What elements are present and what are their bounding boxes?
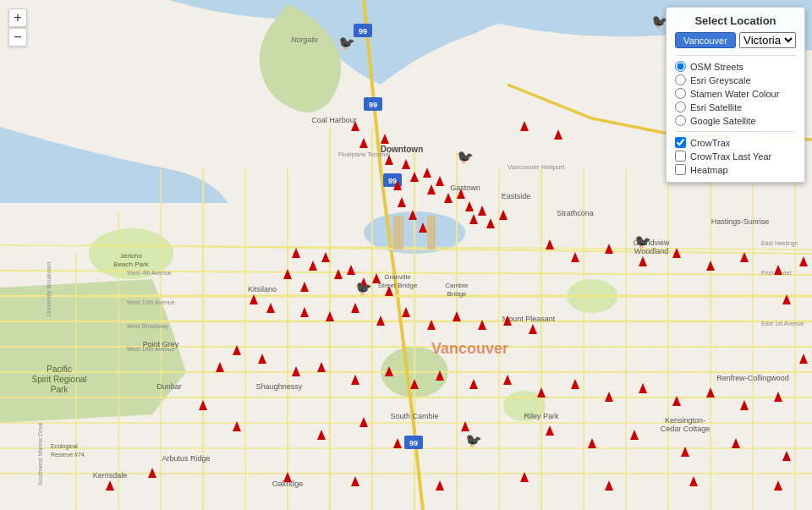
crow-bird-marker[interactable]: 🐦‍⬛ — [634, 233, 651, 250]
crow-sighting-marker[interactable] — [537, 387, 546, 398]
crow-bird-marker[interactable]: 🐦‍⬛ — [355, 280, 372, 296]
crow-sighting-marker[interactable] — [410, 379, 419, 389]
crow-sighting-marker[interactable] — [436, 480, 444, 491]
overlay-crowtrax[interactable]: CrowTrax — [675, 137, 796, 148]
crow-sighting-marker[interactable] — [309, 260, 317, 271]
crow-sighting-marker[interactable] — [672, 248, 681, 258]
crow-sighting-marker[interactable] — [478, 320, 486, 330]
crow-sighting-marker[interactable] — [520, 472, 529, 482]
tile-stamen-water[interactable]: Stamen Water Colour — [675, 88, 796, 99]
crow-sighting-marker[interactable] — [571, 252, 579, 262]
zoom-out-button[interactable]: − — [8, 28, 27, 47]
crow-sighting-marker[interactable] — [605, 480, 613, 491]
crow-sighting-marker[interactable] — [732, 438, 740, 448]
crow-sighting-marker[interactable] — [478, 206, 486, 216]
crow-sighting-marker[interactable] — [774, 265, 782, 275]
crow-sighting-marker[interactable] — [486, 218, 495, 228]
crow-sighting-marker[interactable] — [300, 307, 309, 317]
tile-osm-streets[interactable]: OSM Streets — [675, 61, 796, 72]
crow-sighting-marker[interactable] — [461, 421, 469, 431]
crow-sighting-marker[interactable] — [740, 252, 749, 262]
crow-sighting-marker[interactable] — [283, 269, 292, 279]
crow-sighting-marker[interactable] — [398, 197, 406, 207]
crow-sighting-marker[interactable] — [706, 387, 715, 398]
crow-sighting-marker[interactable] — [393, 180, 402, 190]
crow-sighting-marker[interactable] — [774, 480, 782, 491]
crow-sighting-marker[interactable] — [317, 430, 326, 440]
crow-sighting-marker[interactable] — [503, 315, 512, 326]
crow-sighting-marker[interactable] — [520, 121, 529, 131]
crow-sighting-marker[interactable] — [410, 172, 419, 182]
crow-sighting-marker[interactable] — [469, 214, 478, 224]
crow-bird-marker[interactable]: 🐦‍⬛ — [338, 35, 355, 51]
crow-sighting-marker[interactable] — [233, 421, 241, 431]
crow-sighting-marker[interactable] — [199, 400, 207, 410]
crow-sighting-marker[interactable] — [351, 476, 359, 486]
crow-sighting-marker[interactable] — [465, 201, 474, 211]
zoom-in-button[interactable]: + — [8, 8, 27, 27]
crow-sighting-marker[interactable] — [571, 379, 579, 389]
crow-sighting-marker[interactable] — [453, 311, 461, 321]
crow-sighting-marker[interactable] — [258, 354, 266, 364]
crow-sighting-marker[interactable] — [672, 396, 681, 406]
crow-sighting-marker[interactable] — [409, 210, 417, 220]
crow-sighting-marker[interactable] — [233, 345, 241, 355]
crow-sighting-marker[interactable] — [546, 239, 554, 250]
crow-sighting-marker[interactable] — [689, 476, 698, 486]
crow-sighting-marker[interactable] — [393, 438, 402, 448]
crow-sighting-marker[interactable] — [706, 260, 715, 271]
crow-sighting-marker[interactable] — [427, 184, 436, 195]
crow-sighting-marker[interactable] — [292, 366, 300, 376]
crow-sighting-marker[interactable] — [681, 447, 689, 457]
crow-sighting-marker[interactable] — [321, 252, 330, 262]
crow-sighting-marker[interactable] — [529, 324, 537, 334]
crow-sighting-marker[interactable] — [283, 472, 292, 482]
crow-sighting-marker[interactable] — [436, 370, 444, 381]
crow-sighting-marker[interactable] — [554, 129, 562, 140]
crow-sighting-marker[interactable] — [427, 320, 436, 330]
crow-sighting-marker[interactable] — [292, 248, 300, 258]
crow-sighting-marker[interactable] — [630, 430, 639, 440]
crow-sighting-marker[interactable] — [381, 134, 389, 144]
crow-sighting-marker[interactable] — [782, 451, 791, 461]
crow-sighting-marker[interactable] — [317, 362, 326, 372]
crow-sighting-marker[interactable] — [740, 400, 749, 410]
tile-google-satellite[interactable]: Google Satellite — [675, 115, 796, 126]
crow-sighting-marker[interactable] — [605, 392, 613, 402]
crow-sighting-marker[interactable] — [419, 222, 427, 233]
crow-sighting-marker[interactable] — [799, 354, 808, 364]
crow-sighting-marker[interactable] — [605, 244, 613, 254]
crow-sighting-marker[interactable] — [639, 256, 647, 266]
overlay-crowtrax-last-year[interactable]: CrowTrax Last Year — [675, 151, 796, 162]
crow-bird-marker[interactable]: 🐦‍⬛ — [465, 432, 482, 448]
crow-sighting-marker[interactable] — [376, 315, 385, 326]
crow-sighting-marker[interactable] — [326, 311, 334, 321]
crow-sighting-marker[interactable] — [250, 294, 258, 304]
crow-sighting-marker[interactable] — [588, 438, 596, 448]
crow-sighting-marker[interactable] — [385, 155, 393, 165]
crow-sighting-marker[interactable] — [469, 379, 478, 389]
crow-sighting-marker[interactable] — [334, 269, 343, 279]
crow-sighting-marker[interactable] — [148, 468, 156, 478]
crow-sighting-marker[interactable] — [546, 425, 554, 436]
overlay-heatmap[interactable]: Heatmap — [675, 164, 796, 175]
crow-sighting-marker[interactable] — [436, 176, 444, 186]
crow-sighting-marker[interactable] — [499, 210, 508, 220]
crow-sighting-marker[interactable] — [457, 189, 465, 199]
crow-sighting-marker[interactable] — [351, 303, 359, 313]
crow-sighting-marker[interactable] — [106, 480, 114, 491]
crow-sighting-marker[interactable] — [799, 256, 808, 266]
tile-esri-satellite[interactable]: Esri Satellite — [675, 101, 796, 112]
crow-sighting-marker[interactable] — [444, 193, 453, 203]
crow-sighting-marker[interactable] — [347, 265, 355, 275]
map-container[interactable]: 99 99 99 99 Norgate Coal Harbour Downtow… — [0, 0, 812, 510]
crow-sighting-marker[interactable] — [402, 159, 410, 169]
crow-sighting-marker[interactable] — [639, 383, 647, 393]
crow-sighting-marker[interactable] — [402, 307, 410, 317]
crow-sighting-marker[interactable] — [351, 121, 359, 131]
crow-sighting-marker[interactable] — [385, 366, 393, 376]
crow-sighting-marker[interactable] — [774, 392, 782, 402]
crow-bird-marker[interactable]: 🐦‍⬛ — [457, 149, 474, 165]
tile-esri-greyscale[interactable]: Esri Greyscale — [675, 74, 796, 85]
crow-sighting-marker[interactable] — [503, 375, 512, 385]
